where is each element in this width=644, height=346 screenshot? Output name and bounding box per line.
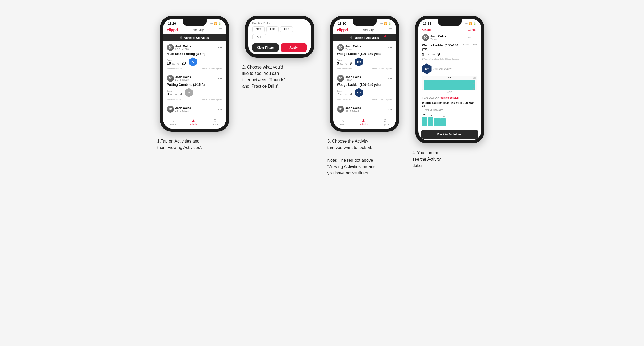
activity-card-1-1[interactable]: JC Josh Coles 28 Feb 2023 ••• Must Make … [163, 41, 226, 72]
activity-card-1-3[interactable]: JC Josh Coles 28 Feb 2023 ••• [163, 103, 226, 116]
caption-4: 4. You can then see the Activity detail. [413, 150, 487, 169]
detail-title-section-4: Wedge Ladder (100–140 yds) Score Shots [418, 42, 481, 62]
drills-section-label: Practice Drills [252, 22, 307, 25]
shots-val-1-1: 20 [182, 61, 186, 65]
phone-4-notch [438, 19, 462, 26]
w-bar-1: 132 [422, 117, 427, 126]
user-name-1-1: Josh Coles [175, 45, 191, 48]
ellipsis-1-2[interactable]: ••• [218, 76, 222, 80]
chip-app[interactable]: APP [266, 26, 279, 32]
ellipsis-1-1[interactable]: ••• [218, 45, 222, 50]
phone-1-col: 13:20 ▪▪▪ 🛜 🔋 clippd Activity ☰ ⚙ Vi [157, 16, 232, 151]
score-val-3-1: 9 [337, 61, 339, 65]
phone-3-wrapper: 13:20 ▪▪▪ 🛜 🔋 clippd Activity ☰ ⚙ Viewin… [330, 16, 399, 132]
app-nav-3: clippd Activity ☰ [333, 27, 396, 34]
wedge-section-4: Wedge Ladder (100–140 yds) - 06 Mar 23 -… [418, 100, 481, 129]
detail-score-row-4: 9 OUT OF 9 [422, 52, 477, 57]
activity-card-3-2[interactable]: JC Josh Coles Today ••• Wedge Ladder (10… [333, 72, 396, 103]
user-name-3-3: Josh Coles [346, 106, 361, 109]
w-bar-2: 129 [428, 117, 433, 126]
w-bar-3 [434, 118, 440, 126]
shots-val-3-2: 9 [350, 92, 352, 96]
practice-session-row-4: Player Activity > Practice Session [418, 95, 481, 100]
bar-chart-4: 130 100 50 0 [422, 76, 477, 90]
chart-section-4: 130 Avg Shot Quality 130 100 50 0 [418, 62, 481, 95]
nav-activities-3[interactable]: ♟ Activities [359, 118, 368, 126]
wifi-icon-3: 🛜 [384, 22, 387, 25]
edit-icon-4[interactable]: ✏ [468, 36, 471, 40]
activities-icon-3: ♟ [362, 118, 365, 123]
detail-actions-4: ✏ ⛶ [468, 36, 477, 40]
clear-filters-btn[interactable]: Clear Filters [252, 43, 279, 52]
nav-capture-1[interactable]: ⊕ Capture [211, 118, 219, 126]
activity-card-1-2[interactable]: JC Josh Coles 28 Feb 2023 ••• Putting Co… [163, 72, 226, 103]
activity-card-3-1[interactable]: JC Josh Coles Today ••• Wedge Ladder (10… [333, 41, 396, 72]
ellipsis-1-3[interactable]: ••• [218, 107, 222, 111]
sq-badge-3-1: 130 [355, 57, 363, 66]
viewing-banner-3[interactable]: ⚙ Viewing Activities [333, 34, 396, 41]
sq-hex-4: 130 [422, 63, 432, 74]
apply-btn[interactable]: Apply [281, 43, 307, 52]
nav-activities-1[interactable]: ♟ Activities [189, 118, 198, 126]
viewing-banner-1[interactable]: ⚙ Viewing Activities [163, 34, 226, 41]
filter-chips: OTT APP ARG PUTT [252, 26, 307, 40]
w-bar-4: 124 [440, 118, 446, 126]
detail-user-name-4: Josh Coles [431, 35, 446, 38]
avatar-3-2: JC [337, 75, 344, 82]
activity-title-3-2: Wedge Ladder (100–140 yds) [337, 83, 392, 87]
home-icon-3: ⌂ [342, 118, 344, 123]
chip-putt[interactable]: PUTT [252, 34, 266, 40]
score-val-1-2: 0 [167, 92, 169, 96]
phone-2-wrapper: 13:21 ▪▪▪ 🛜 🔋 clippd Activity ☰ ⚙ Vi [245, 16, 314, 58]
test-info-3-1: Test Information [337, 67, 352, 70]
detail-outof-4: OUT OF [426, 53, 435, 56]
data-source-1-1: Data: Clippd Capture [202, 67, 222, 70]
app-nav-1: clippd Activity ☰ [163, 27, 226, 34]
score-col-label-4: Score [463, 44, 469, 46]
expand-icon-4[interactable]: ⛶ [474, 36, 477, 40]
status-time-1: 13:20 [168, 22, 176, 25]
menu-icon-3[interactable]: ☰ [389, 28, 392, 32]
cancel-btn-4[interactable]: Cancel [468, 28, 477, 31]
status-icons-1: ▪▪▪ 🛜 🔋 [210, 22, 221, 25]
chip-ott[interactable]: OTT [252, 26, 265, 32]
test-info-4: ℹ Test Information Data: Clippd Capture [422, 58, 477, 60]
phone-4-col: 13:21 ▪▪▪ 🛜 🔋 < Back Cancel JC [413, 16, 487, 169]
avatar-3-1: JC [337, 44, 344, 51]
activity-title-1-1: Must Make Putting (3-6 ft) [167, 52, 222, 56]
viewing-banner-text-3: Viewing Activities [354, 36, 379, 39]
capture-icon-1: ⊕ [213, 118, 217, 123]
test-info-1-2: Test Information [167, 98, 182, 101]
bar-label-4: 130 [448, 77, 451, 79]
nav-capture-3[interactable]: ⊕ Capture [381, 118, 389, 126]
activity-card-3-3[interactable]: JC Josh Coles 28 Feb 2023 ••• [333, 103, 396, 116]
outof-1-2: OUT OF [170, 93, 178, 96]
detail-user-date-4: Today [431, 38, 446, 40]
status-time-3: 13:20 [338, 22, 346, 25]
app-logo-1: clippd [167, 28, 178, 32]
ellipsis-3-3[interactable]: ••• [388, 107, 392, 111]
practice-session-link-4[interactable]: Practice Session [440, 96, 459, 99]
status-time-4: 13:21 [423, 22, 431, 25]
outof-1-1: OUT OF [172, 63, 180, 65]
chip-arg[interactable]: ARG [280, 26, 293, 32]
ellipsis-3-1[interactable]: ••• [388, 45, 392, 50]
info-icon-4: ℹ [422, 58, 423, 60]
app-title-3: Activity [363, 28, 374, 32]
score-val-3-2: 7 [337, 92, 339, 96]
activities-icon-1: ♟ [192, 118, 195, 123]
phone-1-notch [183, 19, 207, 26]
nav-home-3[interactable]: ⌂ Home [340, 118, 346, 126]
home-icon-1: ⌂ [171, 118, 174, 123]
avatar-4: JC [422, 34, 429, 41]
phone-4-wrapper: 13:21 ▪▪▪ 🛜 🔋 < Back Cancel JC [415, 16, 484, 143]
ellipsis-3-2[interactable]: ••• [388, 76, 392, 80]
signal-icon: ▪▪▪ [210, 22, 213, 25]
menu-icon-1[interactable]: ☰ [219, 28, 222, 32]
nav-home-1[interactable]: ⌂ Home [170, 118, 176, 126]
wedge-avg-4: --- Avg Shot Quality [422, 109, 477, 111]
battery-icon: 🔋 [218, 22, 221, 25]
back-to-activities-btn-4[interactable]: Back to Activities [421, 130, 478, 139]
back-btn-4[interactable]: < Back [422, 28, 432, 31]
phone-3-col: 13:20 ▪▪▪ 🛜 🔋 clippd Activity ☰ ⚙ Viewin… [327, 16, 402, 176]
